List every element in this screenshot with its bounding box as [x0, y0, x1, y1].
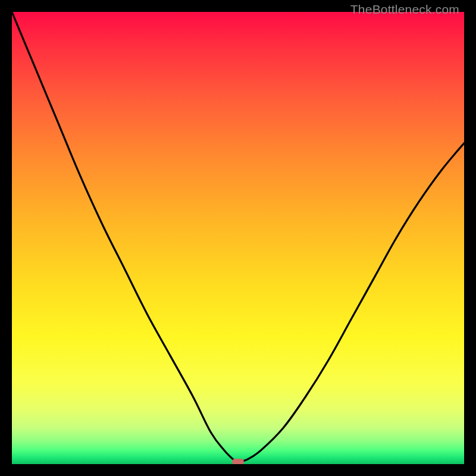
plot-area	[12, 12, 464, 464]
bottleneck-curve	[12, 12, 464, 464]
watermark-text: TheBottleneck.com	[350, 2, 459, 17]
chart-frame: TheBottleneck.com	[0, 0, 476, 476]
optimal-point-marker	[232, 459, 244, 464]
